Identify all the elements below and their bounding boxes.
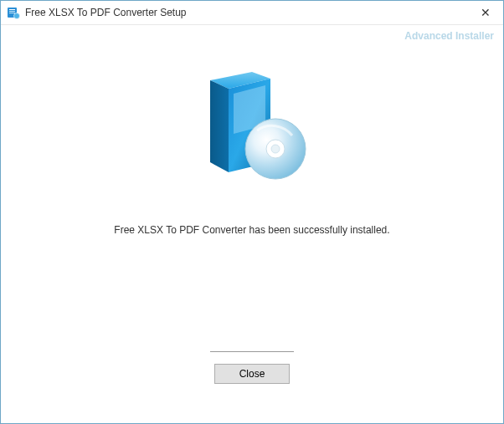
brand-label: Advanced Installer [404,30,494,42]
svg-rect-1 [9,9,15,10]
product-box-icon [193,65,311,191]
close-icon: ✕ [481,6,491,19]
svg-point-7 [271,145,280,153]
installer-content: Advanced Installer [0,25,504,424]
install-status-message: Free XLSX To PDF Converter has been succ… [0,224,504,236]
close-button[interactable]: Close [214,364,290,384]
app-icon [7,6,20,19]
divider-line [210,351,294,352]
svg-rect-3 [9,13,15,13]
svg-point-4 [14,13,20,18]
svg-rect-2 [9,11,15,12]
window-titlebar: Free XLSX To PDF Converter Setup ✕ [0,0,504,25]
window-close-button[interactable]: ✕ [466,0,504,25]
window-title: Free XLSX To PDF Converter Setup [25,7,187,18]
